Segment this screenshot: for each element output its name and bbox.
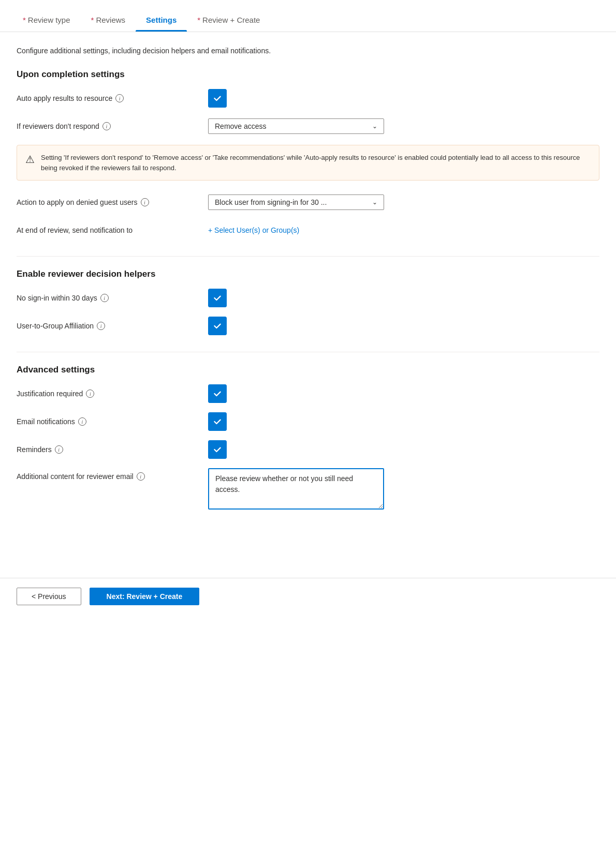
select-users-button[interactable]: + Select User(s) or Group(s): [208, 226, 299, 234]
auto-apply-info-icon[interactable]: i: [115, 94, 124, 102]
email-notifications-label: Email notifications i: [17, 417, 208, 426]
no-signin-checkbox[interactable]: [208, 289, 227, 307]
additional-content-textarea[interactable]: Please review whether or not you still n…: [208, 468, 384, 510]
reviewers-respond-row: If reviewers don't respond i Remove acce…: [17, 117, 599, 136]
denied-guests-value: Block user from signing-in for 30 ...: [215, 198, 327, 206]
wizard-step-settings[interactable]: Settings: [136, 9, 187, 32]
step-label-review-type: Review type: [28, 16, 70, 24]
denied-guests-dropdown[interactable]: Block user from signing-in for 30 ... ⌄: [208, 194, 384, 210]
wizard-step-reviews[interactable]: * Reviews: [81, 9, 136, 32]
previous-button[interactable]: < Previous: [17, 588, 81, 605]
decision-helpers-heading: Enable reviewer decision helpers: [17, 269, 599, 279]
additional-content-label: Additional content for reviewer email i: [17, 468, 208, 481]
reviewers-respond-chevron-icon: ⌄: [372, 123, 377, 130]
warning-text: Setting 'If reviewers don't respond' to …: [41, 153, 591, 173]
email-notifications-info-icon[interactable]: i: [78, 417, 86, 426]
additional-content-info-icon[interactable]: i: [137, 472, 145, 481]
reminders-label: Reminders i: [17, 445, 208, 454]
wizard-nav: * Review type * Reviews Settings * Revie…: [0, 0, 616, 32]
auto-apply-row: Auto apply results to resource i: [17, 89, 599, 108]
email-notifications-checkbox[interactable]: [208, 412, 227, 431]
step-label-review-create: Review + Create: [202, 16, 260, 24]
completion-settings-heading: Upon completion settings: [17, 69, 599, 80]
justification-info-icon[interactable]: i: [86, 390, 94, 398]
reviewers-respond-value: Remove access: [215, 122, 267, 130]
user-group-checkbox[interactable]: [208, 317, 227, 335]
completion-settings-section: Upon completion settings Auto apply resu…: [17, 69, 599, 240]
reminders-row: Reminders i: [17, 440, 599, 459]
reminders-info-icon[interactable]: i: [55, 445, 63, 454]
step-label-settings: Settings: [146, 16, 177, 24]
advanced-settings-section: Advanced settings Justification required…: [17, 365, 599, 510]
required-star-1: *: [23, 16, 26, 24]
no-signin-info-icon[interactable]: i: [100, 294, 109, 302]
wizard-step-review-type[interactable]: * Review type: [12, 9, 81, 32]
reviewers-respond-dropdown[interactable]: Remove access ⌄: [208, 118, 384, 134]
denied-guests-chevron-icon: ⌄: [372, 199, 377, 206]
user-group-row: User-to-Group Affiliation i: [17, 317, 599, 335]
auto-apply-checkbox[interactable]: [208, 89, 227, 108]
send-notification-row: At end of review, send notification to +…: [17, 221, 599, 240]
reviewers-respond-label: If reviewers don't respond i: [17, 122, 208, 130]
next-button[interactable]: Next: Review + Create: [90, 588, 200, 605]
no-signin-row: No sign-in within 30 days i: [17, 289, 599, 307]
denied-guests-row: Action to apply on denied guest users i …: [17, 193, 599, 212]
required-star-3: *: [197, 16, 200, 24]
divider-1: [17, 256, 599, 257]
reviewers-respond-info-icon[interactable]: i: [102, 122, 111, 130]
wizard-step-review-create[interactable]: * Review + Create: [187, 9, 270, 32]
auto-apply-label: Auto apply results to resource i: [17, 94, 208, 102]
denied-guests-label: Action to apply on denied guest users i: [17, 198, 208, 206]
send-notification-label: At end of review, send notification to: [17, 226, 208, 234]
decision-helpers-section: Enable reviewer decision helpers No sign…: [17, 269, 599, 335]
required-star-2: *: [91, 16, 94, 24]
warning-icon: ⚠: [25, 153, 35, 166]
justification-label: Justification required i: [17, 390, 208, 398]
advanced-settings-heading: Advanced settings: [17, 365, 599, 375]
user-group-info-icon[interactable]: i: [97, 322, 105, 330]
step-label-reviews: Reviews: [96, 16, 125, 24]
page-description: Configure additional settings, including…: [17, 47, 599, 55]
user-group-label: User-to-Group Affiliation i: [17, 322, 208, 330]
page-content: Configure additional settings, including…: [0, 32, 616, 547]
reminders-checkbox[interactable]: [208, 440, 227, 459]
justification-checkbox[interactable]: [208, 384, 227, 403]
warning-box: ⚠ Setting 'If reviewers don't respond' t…: [17, 145, 599, 181]
page-footer: < Previous Next: Review + Create: [0, 578, 616, 615]
no-signin-label: No sign-in within 30 days i: [17, 294, 208, 302]
email-notifications-row: Email notifications i: [17, 412, 599, 431]
justification-row: Justification required i: [17, 384, 599, 403]
denied-guests-info-icon[interactable]: i: [141, 198, 149, 206]
additional-content-row: Additional content for reviewer email i …: [17, 468, 599, 510]
divider-2: [17, 352, 599, 352]
